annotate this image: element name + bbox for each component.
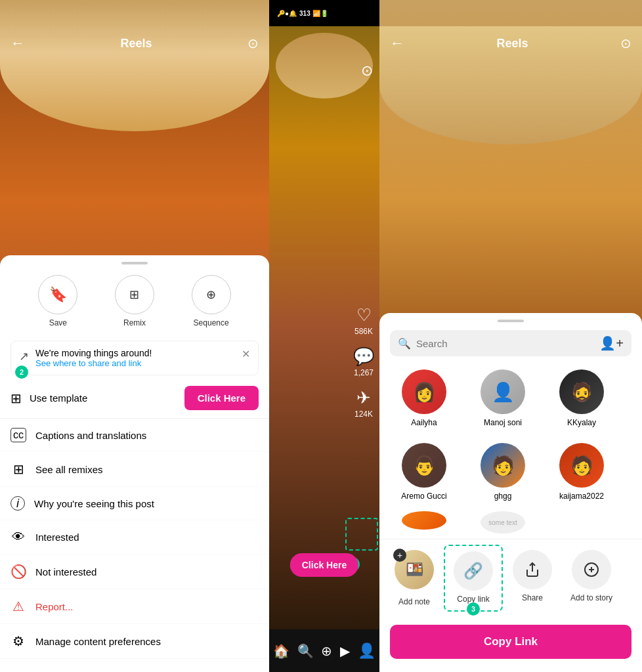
badge-3: 3 xyxy=(467,602,480,616)
partial-avatar-1 xyxy=(402,511,446,530)
click-here-button[interactable]: Click Here xyxy=(184,386,259,410)
left-header: ← Reels ⊙ xyxy=(0,26,269,60)
left-panel: 2:45 🔑 ● 🔔 🔵 15 📶 🔋 ← Reels ⊙ 🔖 Save xyxy=(0,0,269,672)
search-bar: 🔍 👤+ xyxy=(390,330,631,356)
share-action-item[interactable]: Share xyxy=(503,545,562,612)
share-icon-circle xyxy=(513,550,552,589)
save-option[interactable]: 🔖 Save xyxy=(38,275,77,327)
not-interested-icon: 🚫 xyxy=(11,564,26,579)
bowl-bg xyxy=(0,0,269,131)
left-bottom-sheet: 🔖 Save ⊞ Remix ⊕ Sequence ↗ We're moving… xyxy=(0,255,269,672)
share-action[interactable]: ✈ 124K xyxy=(354,388,373,419)
remix-label: Remix xyxy=(123,318,146,327)
template-icon: ⊞ xyxy=(11,390,22,406)
add-note-label: Add note xyxy=(398,597,430,606)
comment-action[interactable]: 💬 1,267 xyxy=(353,346,374,377)
interested-icon: 👁 xyxy=(11,530,26,545)
contacts-row-2: 👨 Aremo Gucci 🧑 ghgg 🧑 xyxy=(379,438,642,506)
menu-item-not-interested[interactable]: 🚫 Not interested xyxy=(0,555,269,589)
right-header-title: Reels xyxy=(496,37,528,51)
heart-icon: ♡ xyxy=(356,305,372,326)
search-nav-item[interactable]: 🔍 xyxy=(297,643,314,659)
moving-banner: ↗ We're moving things around! See where … xyxy=(11,341,259,375)
use-template-row: ⊞ Use template Click Here xyxy=(0,378,269,419)
add-note-action[interactable]: 🍱 + Add note xyxy=(385,545,444,612)
middle-panel: 🔑●🔔 313 📶🔋 ⊙ ♡ 586K 💬 1,267 ✈ 124K 1 xyxy=(269,0,379,672)
comment-icon: 💬 xyxy=(353,346,374,367)
use-template-label: Use template xyxy=(30,392,87,404)
menu-item-captions[interactable]: cc Captions and translations xyxy=(0,419,269,452)
contact-partial-2[interactable]: some text xyxy=(463,506,542,539)
contact-ghgg[interactable]: 🧑 ghgg xyxy=(463,438,542,506)
right-camera-button[interactable]: ⊙ xyxy=(620,35,631,51)
contact-manoj[interactable]: 👤 Manoj soni xyxy=(463,364,542,432)
dashed-highlight-mid xyxy=(345,518,378,551)
aailyha-name: Aailyha xyxy=(411,418,437,427)
sheet-handle xyxy=(121,262,148,264)
contact-aremo[interactable]: 👨 Aremo Gucci xyxy=(385,438,463,506)
like-action[interactable]: ♡ 586K xyxy=(354,305,373,336)
menu-item-interested[interactable]: 👁 Interested xyxy=(0,520,269,555)
kkyalay-name: KKyalay xyxy=(567,418,596,427)
not-interested-label: Not interested xyxy=(35,566,96,578)
menu-item-report[interactable]: ⚠ Report... xyxy=(0,589,269,624)
contact-aailyha[interactable]: 👩 Aailyha xyxy=(385,364,463,432)
mid-click-here-button[interactable]: Click Here xyxy=(290,553,358,577)
manage-content-label: Manage content preferences xyxy=(35,636,161,647)
contacts-row-3-partial: some text xyxy=(379,506,642,539)
save-label: Save xyxy=(49,318,67,327)
banner-subtitle[interactable]: See where to share and link xyxy=(35,358,235,368)
copy-link-icon-circle: 🔗 xyxy=(454,551,493,591)
contact-kaijama[interactable]: 🧑 kaijama2022 xyxy=(542,438,621,506)
middle-bottom-nav: 🏠 🔍 ⊕ ▶ 👤 xyxy=(269,629,379,672)
right-header: ← Reels ⊙ xyxy=(379,26,642,60)
menu-item-why-seeing[interactable]: i Why you're seeing this post xyxy=(0,487,269,520)
middle-camera-button[interactable]: ⊙ xyxy=(361,62,373,79)
reel-side-actions: ♡ 586K 💬 1,267 ✈ 124K xyxy=(353,305,374,419)
captions-label: Captions and translations xyxy=(35,430,146,441)
menu-item-manage-content[interactable]: ⚙ Manage content preferences xyxy=(0,624,269,659)
banner-title: We're moving things around! xyxy=(35,348,235,358)
search-input[interactable] xyxy=(416,338,594,349)
remixes-label: See all remixes xyxy=(35,464,103,475)
middle-time: 🔑●🔔 xyxy=(277,10,297,17)
banner-badge: 2 xyxy=(15,366,28,379)
menu-item-remixes[interactable]: ⊞ See all remixes xyxy=(0,452,269,487)
remix-option[interactable]: ⊞ Remix xyxy=(115,275,154,327)
home-nav-item[interactable]: 🏠 xyxy=(273,643,289,659)
remix-icon: ⊞ xyxy=(115,275,154,314)
create-nav-item[interactable]: ⊕ xyxy=(321,643,332,659)
kaijama-avatar: 🧑 xyxy=(559,443,604,488)
add-to-story-action[interactable]: Add to story xyxy=(562,545,621,612)
banner-close-button[interactable]: ✕ xyxy=(242,348,250,360)
copy-link-button[interactable]: Copy Link xyxy=(390,625,631,659)
info-icon: i xyxy=(11,496,25,511)
captions-icon: cc xyxy=(11,428,26,442)
middle-network: 313 📶🔋 xyxy=(299,10,328,17)
bowl-shape xyxy=(276,33,373,98)
back-button[interactable]: ← xyxy=(11,35,25,52)
report-icon: ⚠ xyxy=(11,598,26,614)
like-count: 586K xyxy=(354,327,373,336)
aremo-name: Aremo Gucci xyxy=(401,492,446,501)
add-to-story-icon-circle xyxy=(572,550,611,589)
share-icon: ↗ xyxy=(19,349,29,364)
mid-reel-content: ⊙ ♡ 586K 💬 1,267 ✈ 124K 1 Click Here xyxy=(269,26,379,629)
ghgg-name: ghgg xyxy=(494,492,512,501)
banner-text: We're moving things around! See where to… xyxy=(35,348,235,368)
profile-nav-item[interactable]: 👤 xyxy=(358,642,375,660)
add-to-story-label: Add to story xyxy=(570,593,612,602)
contact-partial-1[interactable] xyxy=(385,506,463,539)
add-person-button[interactable]: 👤+ xyxy=(599,335,624,351)
aremo-avatar: 👨 xyxy=(402,443,446,488)
manoj-name: Manoj soni xyxy=(484,418,522,427)
reels-nav-item[interactable]: ▶ xyxy=(340,643,350,659)
camera-button[interactable]: ⊙ xyxy=(247,35,259,51)
share-actions-row: 🍱 + Add note 🔗 Copy link 3 xyxy=(379,539,642,617)
share-label: Share xyxy=(522,593,543,602)
contact-kkyalay[interactable]: 🧔 KKyalay xyxy=(542,364,621,432)
sequence-option[interactable]: ⊕ Sequence xyxy=(192,275,231,327)
copy-link-action[interactable]: 🔗 Copy link 3 xyxy=(444,545,503,612)
interested-label: Interested xyxy=(35,532,79,543)
right-back-button[interactable]: ← xyxy=(390,35,404,52)
